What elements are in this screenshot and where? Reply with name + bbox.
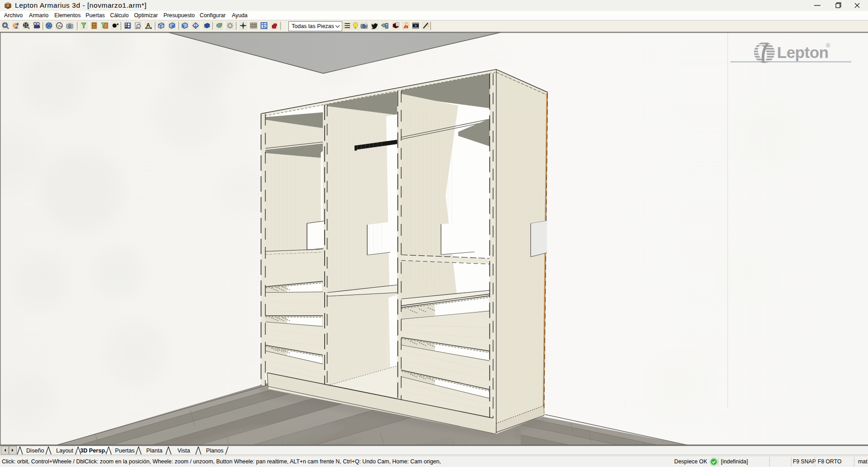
svg-text:Vista: Vista [177,448,190,454]
svg-text:®: ® [826,42,830,49]
svg-text:A: A [146,22,150,29]
svg-text:Planta: Planta [146,448,163,454]
svg-text:Planos: Planos [206,448,224,454]
svg-text:Lepton: Lepton [777,43,829,61]
svg-text:3D Persp.: 3D Persp. [80,448,106,454]
svg-text:Layout: Layout [56,448,73,454]
svg-text:Puertas: Puertas [115,448,134,454]
svg-text:Diseño: Diseño [26,448,44,454]
